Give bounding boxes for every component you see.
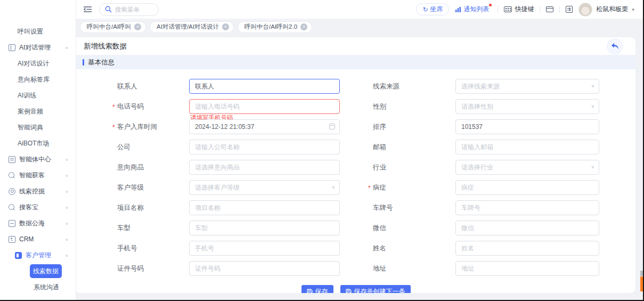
sidebar-item-ai-dialog-design[interactable]: AI对话设计 xyxy=(0,55,76,71)
sidebar-item-case-audio[interactable]: 案例音频 xyxy=(0,103,76,119)
keyboard-icon xyxy=(504,6,512,12)
sidebar-item-aibot-market[interactable]: AiBOT市场 xyxy=(0,135,76,151)
email-input[interactable] xyxy=(455,140,599,154)
close-icon[interactable]: × xyxy=(134,23,141,30)
form-field-symptom: *病症 xyxy=(343,180,635,195)
form-field-project-name: 项目名称 xyxy=(117,200,343,215)
shortcut-keys-button[interactable]: 快捷键 xyxy=(504,5,534,14)
save-and-create-next-button[interactable]: 保存并创建下一条 xyxy=(340,285,411,293)
sidebar-item-system-communication[interactable]: 系统沟通 xyxy=(0,279,76,295)
project-name-input[interactable] xyxy=(189,200,340,215)
form-field-intent-product: 意向商品 xyxy=(117,160,343,175)
tab-label: 呼叫中台/AI呼叫 xyxy=(87,23,131,31)
content-area: 新增线索数据 基本信息 联系人线索来源∨*电话号码请填写手机号码性别∨*客户入库… xyxy=(76,35,643,300)
sidebar-item-crm[interactable]: CRM∧ xyxy=(0,231,76,247)
calendar-icon xyxy=(329,124,335,129)
sort-input[interactable] xyxy=(455,119,599,134)
customer-level-select[interactable] xyxy=(189,180,340,195)
address-input[interactable] xyxy=(455,261,599,276)
menu-search-box[interactable] xyxy=(99,3,159,16)
chevron-down-icon: ∨ xyxy=(65,221,68,225)
chevron-down-icon: ▾ xyxy=(632,7,634,12)
field-label: 车型 xyxy=(117,224,189,233)
industry-select[interactable] xyxy=(455,160,599,175)
name-input[interactable] xyxy=(455,241,599,256)
lead-source-select[interactable] xyxy=(455,79,599,94)
company-input[interactable] xyxy=(189,140,340,154)
notification-badge xyxy=(489,4,492,6)
section-header: 基本信息 xyxy=(76,55,635,69)
id-number-input[interactable] xyxy=(189,261,340,276)
card-header: 新增线索数据 xyxy=(76,37,635,55)
divider xyxy=(540,6,540,13)
sidebar-item-agent-center[interactable]: 智能体中心∨ xyxy=(0,151,76,167)
sidebar-item-lead-mining[interactable]: 线索挖掘∨ xyxy=(0,183,76,199)
app-screen: 呼叫设置AI对话管理∧AI对话设计意向标签库AI训练案例音频智能词典AiBOT市… xyxy=(0,0,644,301)
chevron-up-icon: ∧ xyxy=(65,45,68,50)
gender-select[interactable] xyxy=(455,99,599,114)
form-field-company: 公司 xyxy=(117,140,343,154)
field-label: 意向商品 xyxy=(117,163,189,172)
plate-number-input[interactable] xyxy=(455,200,599,215)
mobile-input[interactable] xyxy=(189,241,340,256)
language-icon[interactable] xyxy=(566,6,573,13)
ai-dialog-management-icon xyxy=(9,44,15,51)
notification-icon xyxy=(455,6,461,13)
intent-product-input[interactable] xyxy=(189,160,340,175)
agent-seat-icon: ↻ xyxy=(422,6,428,13)
form-field-contact-name: 联系人 xyxy=(117,79,343,94)
form-field-wechat: 微信 xyxy=(343,221,635,235)
collapse-menu-icon[interactable] xyxy=(84,6,92,13)
contact-name-input[interactable] xyxy=(189,79,340,94)
smart-acquisition-icon xyxy=(9,172,15,179)
scrollbar-track[interactable] xyxy=(640,271,643,276)
form-field-id-number: 证件号码 xyxy=(117,261,343,276)
chevron-down-icon: ∨ xyxy=(65,205,68,209)
save-button[interactable]: 保存 xyxy=(301,285,333,293)
phone-number-input[interactable] xyxy=(189,99,340,114)
notification-list-button[interactable]: 通知列表 xyxy=(455,5,492,14)
wechat-input[interactable] xyxy=(455,221,599,235)
field-label: 邮箱 xyxy=(373,143,455,152)
sidebar-item-intent-tag-library[interactable]: 意向标签库 xyxy=(0,71,76,87)
customer-entry-time-input[interactable] xyxy=(189,119,340,134)
fullscreen-icon[interactable] xyxy=(546,6,553,12)
tab-2[interactable]: AI对话管理/AI对话设计× xyxy=(150,21,234,33)
symptom-input[interactable] xyxy=(455,180,599,195)
data-ocean-icon xyxy=(9,220,15,227)
search-input[interactable] xyxy=(115,6,152,13)
search-icon xyxy=(105,6,112,13)
sidebar-item-ai-dialog-management[interactable]: AI对话管理∧ xyxy=(0,39,76,55)
crm-icon xyxy=(9,236,15,243)
form-field-lead-source: 线索来源∨ xyxy=(343,79,635,94)
sidebar-item-customer-management[interactable]: 客户管理∧ xyxy=(0,247,76,263)
main-area: ↻ 坐席 通知列表 快捷键 松鼠和 xyxy=(76,0,643,300)
agent-seat-button[interactable]: ↻ 坐席 xyxy=(416,3,449,15)
scrollbar-thumb[interactable] xyxy=(640,276,643,291)
close-icon[interactable]: × xyxy=(300,23,307,30)
sidebar-item-smart-dictionary[interactable]: 智能词典 xyxy=(0,119,76,135)
form-field-car-model: 车型 xyxy=(117,221,343,235)
topbar-right: ↻ 坐席 通知列表 快捷键 松鼠和 xyxy=(416,3,634,17)
tab-1[interactable]: 呼叫中台/AI呼叫× xyxy=(80,21,146,33)
tab-3[interactable]: 呼叫中台/AI呼叫2.0× xyxy=(238,21,312,33)
sidebar-item-label: CRM xyxy=(19,235,34,243)
sidebar-item-call-settings[interactable]: 呼叫设置 xyxy=(0,23,76,39)
field-label: 微信 xyxy=(373,224,455,233)
sidebar-item-souke-bao[interactable]: 搜客宝∨ xyxy=(0,199,76,215)
back-arrow-icon xyxy=(610,43,619,50)
sidebar-item-data-ocean[interactable]: 数据公海∨ xyxy=(0,215,76,231)
back-button[interactable] xyxy=(607,38,623,54)
user-menu[interactable]: 松鼠和板栗 ▾ xyxy=(578,3,634,17)
sidebar-item-label: AI对话管理 xyxy=(19,43,51,52)
sidebar-item-label: 线索挖掘 xyxy=(19,187,45,196)
divider xyxy=(559,6,560,13)
sidebar-item-smart-acquisition[interactable]: 智能获客∨ xyxy=(0,167,76,183)
field-label: 行业 xyxy=(373,163,455,172)
sidebar-item-lead-data[interactable]: 线索数据 xyxy=(30,264,62,278)
form-field-name: 姓名 xyxy=(343,241,635,256)
save-next-button-label: 保存并创建下一条 xyxy=(354,287,405,293)
close-icon[interactable]: × xyxy=(222,23,229,30)
car-model-input[interactable] xyxy=(189,221,340,235)
sidebar-item-ai-training[interactable]: AI训练 xyxy=(0,87,76,103)
